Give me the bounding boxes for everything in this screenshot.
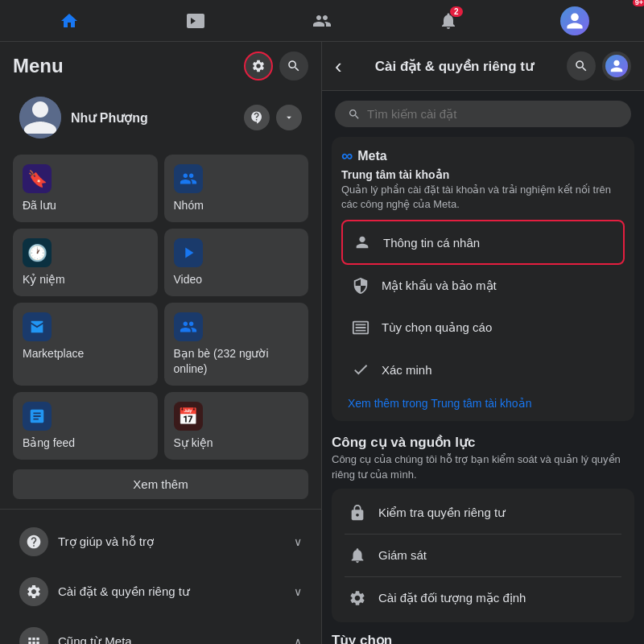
meta-brand: Meta xyxy=(357,149,386,163)
menu-title: Menu xyxy=(13,55,64,77)
help-label: Trợ giúp và hỗ trợ xyxy=(58,535,294,549)
tools-heading: Công cụ và nguồn lực xyxy=(322,434,644,451)
groups-label: Nhóm xyxy=(174,198,204,213)
video-label: Video xyxy=(174,272,203,287)
monitor-item[interactable]: Giám sát xyxy=(338,535,628,576)
menu-item-video[interactable]: Video xyxy=(164,229,309,296)
settings-chevron: ∨ xyxy=(294,585,302,598)
notification-badge: 2 xyxy=(450,6,463,17)
right-panel: ‹ Cài đặt & quyền riêng tư ∞ xyxy=(322,42,644,644)
video-nav-icon[interactable] xyxy=(178,3,213,39)
default-audience-label: Cài đặt đối tượng mặc định xyxy=(378,591,526,605)
settings-search-input[interactable] xyxy=(367,107,618,121)
see-more-button[interactable]: Xem thêm xyxy=(13,469,308,499)
default-audience-item[interactable]: Cài đặt đối tượng mặc định xyxy=(338,577,628,619)
meta-grid-icon xyxy=(19,627,48,644)
default-audience-icon xyxy=(345,585,370,611)
personal-info-item[interactable]: Thông tin cá nhân xyxy=(341,220,625,265)
user-expand-icon[interactable] xyxy=(276,105,302,130)
verification-label: Xác minh xyxy=(382,363,432,377)
privacy-check-item[interactable]: Kiểm tra quyền riêng tư xyxy=(338,492,628,534)
right-panel-title: Cài đặt & quyền riêng tư xyxy=(352,58,557,75)
personal-info-label: Thông tin cá nhân xyxy=(383,236,480,250)
settings-icon-btn[interactable] xyxy=(244,52,273,80)
friends-online-label: Bạn bè (232 người online) xyxy=(174,346,299,375)
feed-label: Bảng feed xyxy=(23,436,75,450)
memories-icon: 🕐 xyxy=(23,238,52,267)
friends-nav-icon[interactable] xyxy=(304,3,340,39)
search-icon-btn[interactable] xyxy=(279,52,308,80)
see-more-account-link[interactable]: Xem thêm trong Trung tâm tài khoản xyxy=(341,390,625,411)
menu-item-marketplace[interactable]: Marketplace xyxy=(13,303,158,385)
account-center-title: Trung tâm tài khoản xyxy=(341,168,625,181)
verification-item[interactable]: Xác minh xyxy=(341,349,625,390)
ad-preferences-item[interactable]: Tùy chọn quảng cáo xyxy=(341,307,625,349)
settings-gear-icon xyxy=(19,577,48,606)
meta-label: Cũng từ Meta xyxy=(58,634,294,644)
user-profile-row[interactable]: Như Phượng 9+ xyxy=(6,90,315,145)
notifications-nav-icon[interactable]: 2 xyxy=(431,3,466,39)
monitor-icon xyxy=(345,543,370,568)
groups-icon xyxy=(174,164,203,193)
menu-item-memories[interactable]: 🕐 Kỷ niệm xyxy=(13,229,158,296)
memories-label: Kỷ niệm xyxy=(23,272,65,287)
user-notification-icon[interactable]: 9+ xyxy=(244,105,270,130)
meta-logo-icon: ∞ xyxy=(341,147,353,165)
meta-chevron: ∧ xyxy=(294,635,302,644)
user-avatar xyxy=(19,97,61,138)
password-security-item[interactable]: Mật khẩu và bảo mật xyxy=(341,265,625,307)
help-icon xyxy=(19,527,48,556)
events-icon: 📅 xyxy=(174,402,203,431)
feed-icon xyxy=(23,402,52,431)
left-header-icons xyxy=(244,52,308,80)
bottom-menu: Trợ giúp và hỗ trợ ∨ Cài đặt & quyền riê… xyxy=(0,509,321,644)
saved-label: Đã lưu xyxy=(23,198,56,213)
tools-section: Kiểm tra quyền riêng tư Giám sát Cài đặt… xyxy=(332,489,634,622)
menu-item-saved[interactable]: 🔖 Đã lưu xyxy=(13,155,158,222)
personal-info-icon xyxy=(349,229,375,255)
account-center-desc: Quản lý phần cài đặt tài khoản và trải n… xyxy=(341,183,625,212)
monitor-label: Giám sát xyxy=(378,548,427,562)
account-center-section: ∞ Meta Trung tâm tài khoản Quản lý phần … xyxy=(332,137,634,421)
menu-item-events[interactable]: 📅 Sự kiện xyxy=(164,392,309,460)
right-header: ‹ Cài đặt & quyền riêng tư xyxy=(322,42,644,91)
right-search-btn[interactable] xyxy=(567,52,596,80)
tools-desc: Công cụ của chúng tôi hỗ trợ bạn kiểm so… xyxy=(322,452,644,481)
left-header: Menu xyxy=(0,42,321,87)
verification-icon xyxy=(348,357,374,382)
settings-search-bar[interactable] xyxy=(335,101,631,127)
help-chevron: ∨ xyxy=(294,535,302,548)
password-icon xyxy=(348,273,374,299)
menu-grid: 🔖 Đã lưu Nhóm 🕐 Kỷ niệm Video xyxy=(0,148,321,466)
marketplace-icon xyxy=(23,312,52,341)
ad-icon xyxy=(348,315,374,341)
menu-item-feed[interactable]: Bảng feed xyxy=(13,392,158,460)
password-label: Mật khẩu và bảo mật xyxy=(382,279,497,293)
left-panel: Menu Như Phượng 9+ xyxy=(0,42,322,644)
profile-nav-icon[interactable] xyxy=(557,3,592,39)
user-row-icons: 9+ xyxy=(244,105,302,130)
menu-item-friends-online[interactable]: Bạn bè (232 người online) xyxy=(164,303,309,385)
right-profile-btn[interactable] xyxy=(602,52,631,80)
meta-item[interactable]: Cũng từ Meta ∧ xyxy=(6,617,315,644)
right-header-icons xyxy=(567,52,631,80)
home-nav-icon[interactable] xyxy=(52,3,87,39)
options-heading: Tùy chọn xyxy=(332,632,634,644)
top-navigation: 2 xyxy=(0,0,644,42)
marketplace-label: Marketplace xyxy=(23,346,84,361)
meta-header: ∞ Meta xyxy=(341,147,625,165)
saved-icon: 🔖 xyxy=(23,164,52,193)
back-button[interactable]: ‹ xyxy=(335,54,342,79)
settings-item[interactable]: Cài đặt & quyền riêng tư ∨ xyxy=(6,568,315,616)
privacy-check-icon xyxy=(345,500,370,526)
friends-online-icon xyxy=(174,312,203,341)
main-content: Menu Như Phượng 9+ xyxy=(0,42,644,644)
options-section: Tùy chọn Tùy chỉnh trải nghiệm của bạn t… xyxy=(322,632,644,644)
ad-label: Tùy chọn quảng cáo xyxy=(382,320,492,335)
help-item[interactable]: Trợ giúp và hỗ trợ ∨ xyxy=(6,518,315,566)
settings-label: Cài đặt & quyền riêng tư xyxy=(58,584,294,599)
menu-item-groups[interactable]: Nhóm xyxy=(164,155,309,222)
privacy-check-label: Kiểm tra quyền riêng tư xyxy=(378,506,506,520)
video-icon xyxy=(174,238,203,267)
events-label: Sự kiện xyxy=(174,436,213,450)
